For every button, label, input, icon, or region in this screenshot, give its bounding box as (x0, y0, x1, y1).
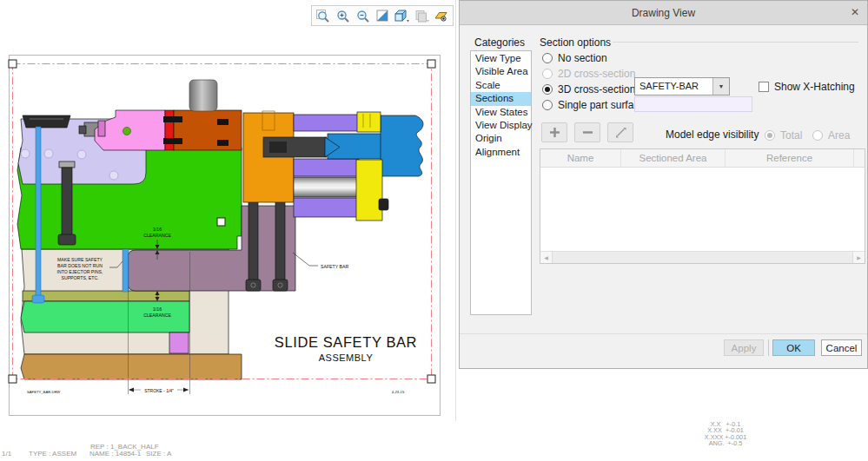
radio-row-2d: 2D cross-section (542, 67, 635, 80)
clearance-2-line1[interactable]: 1/16 (153, 306, 162, 312)
clearance-2-line2[interactable]: CLEARANCE (143, 313, 171, 318)
3d-cross-section-radio[interactable] (542, 84, 553, 95)
model-edge-visibility-label: Model edge visibility (666, 128, 759, 141)
note-line3[interactable]: INTO EJECTOR PINS, (57, 269, 103, 274)
note-line4[interactable]: SUPPORTS, ETC. (61, 275, 98, 280)
note-line1[interactable]: MAKE SURE SAFETY (57, 257, 103, 262)
drawing-canvas: 1/16 CLEARANCE MAKE SURE SAFETY BAR DOES… (0, 0, 461, 461)
category-view-type[interactable]: View Type (471, 52, 531, 65)
part-screw-1[interactable] (62, 168, 72, 236)
ok-button[interactable]: OK (772, 339, 815, 356)
part-red-spacer[interactable] (165, 110, 174, 150)
clearance-1-line1[interactable]: 1/16 (153, 227, 162, 232)
2d-cross-section-label: 2D cross-section (558, 68, 635, 80)
scroll-left-icon[interactable]: ◀ (540, 252, 552, 263)
part-gray-cylinder[interactable] (189, 80, 217, 111)
section-dropdown-value: SAFETY-BAR (635, 78, 712, 95)
area-radio-row: Area (812, 128, 850, 142)
part-amber-block[interactable] (243, 113, 294, 202)
status-type: TYPE : ASSEM (29, 450, 76, 458)
handle-bottom-right[interactable] (427, 375, 435, 383)
sections-table-header: Name Sectioned Area Reference (540, 149, 865, 168)
handle-top-right[interactable] (427, 60, 435, 68)
drawing-view-dialog: Drawing View ✕ Categories View Type Visi… (459, 0, 868, 369)
3d-cross-section-label: 3D cross-section (558, 83, 635, 95)
single-part-surface-radio[interactable] (542, 100, 553, 110)
column-name[interactable]: Name (540, 149, 621, 167)
part-screw-right[interactable] (275, 201, 285, 284)
single-part-surface-label: Single part surface (558, 99, 645, 111)
screw-1-head (58, 234, 76, 245)
part-base-plate[interactable] (21, 354, 242, 379)
no-section-radio[interactable] (542, 53, 553, 63)
part-pink-collar[interactable] (98, 121, 105, 136)
part-screw-left[interactable] (248, 201, 258, 284)
part-screw-left-head[interactable] (246, 280, 261, 291)
part-blue-cylinder[interactable] (381, 115, 423, 176)
radio-row-no-section: No section (542, 51, 607, 64)
chevron-down-icon[interactable]: ▼ (712, 78, 729, 95)
column-sectioned-area[interactable]: Sectioned Area (621, 149, 726, 167)
scrollbar-thumb[interactable] (552, 252, 853, 263)
handle-top-left[interactable] (9, 60, 17, 68)
dialog-titlebar[interactable]: Drawing View ✕ (460, 1, 867, 25)
part-blue-pin-2[interactable] (123, 249, 129, 292)
section-dropdown[interactable]: SAFETY-BAR ▼ (634, 77, 730, 95)
category-sections[interactable]: Sections (471, 92, 531, 105)
remove-section-button[interactable] (574, 122, 600, 142)
no-section-label: No section (558, 52, 607, 64)
drawing-file-label: SAFETY_BAR.DRW (27, 390, 60, 394)
part-purple-rail-3[interactable] (294, 198, 359, 217)
category-view-states[interactable]: View States (471, 106, 531, 119)
view-title[interactable]: SLIDE SAFETY BAR (275, 334, 417, 350)
part-blue-pin-1[interactable] (36, 127, 41, 297)
category-alignment[interactable]: Alignment (471, 146, 531, 159)
add-section-button[interactable] (541, 122, 567, 142)
category-visible-area[interactable]: Visible Area (471, 65, 531, 78)
cancel-button[interactable]: Cancel (821, 339, 862, 356)
total-radio-row: Total (765, 128, 802, 142)
handle-bottom-left[interactable] (9, 375, 17, 383)
show-xhatching-checkbox[interactable] (759, 82, 769, 92)
stroke-dim-label[interactable]: STROKE - 1/4" (144, 388, 174, 393)
scroll-right-icon[interactable]: ▶ (853, 252, 865, 263)
part-purple-rail-2[interactable] (294, 159, 359, 176)
column-filler (854, 149, 865, 167)
part-purple-rail-1[interactable] (294, 115, 359, 131)
total-radio (765, 130, 775, 141)
part-chrome-shaft[interactable] (294, 177, 360, 197)
apply-button[interactable]: Apply (724, 339, 764, 356)
dialog-title: Drawing View (632, 7, 695, 19)
category-view-display[interactable]: View Display (471, 119, 531, 132)
tolerance-block: X.X +-0.1 X.XX +-0.01 X.XXX +-0.001 ANG.… (692, 421, 759, 447)
note-line2[interactable]: BAR DOES NOT RUN (57, 263, 103, 268)
part-yellow-top[interactable] (357, 112, 381, 132)
flip-section-button[interactable] (607, 122, 633, 142)
safety-bar-label[interactable]: SAFETY BAR (321, 264, 348, 269)
screw-1-cap (59, 161, 75, 168)
xhatching-row: Show X-Hatching (759, 80, 855, 93)
radio-row-3d: 3D cross-section (542, 82, 635, 95)
category-origin[interactable]: Origin (471, 132, 531, 145)
part-olive-strip[interactable] (23, 291, 189, 301)
part-nozzle-tip[interactable] (79, 126, 86, 134)
category-scale[interactable]: Scale (471, 79, 531, 92)
part-dark-orange-block[interactable] (174, 110, 242, 150)
yellow-bolt (379, 199, 388, 210)
sections-table-body[interactable] (540, 168, 865, 251)
part-green-dot[interactable] (123, 128, 131, 135)
rod-socket (269, 142, 287, 153)
view-subtitle[interactable]: ASSEMBLY (319, 352, 374, 363)
handle-center[interactable] (217, 218, 225, 226)
close-icon[interactable]: ✕ (851, 6, 859, 18)
part-screw-right-head[interactable] (273, 280, 288, 291)
clearance-1-line2[interactable]: CLEARANCE (143, 233, 171, 238)
column-reference[interactable]: Reference (726, 149, 854, 167)
horizontal-scrollbar: ◀ ▶ (540, 251, 865, 263)
part-orchid-pin[interactable] (169, 333, 189, 353)
single-part-surface-field[interactable] (634, 96, 752, 112)
part-clamp-top[interactable] (23, 115, 70, 128)
part-yellow-block[interactable] (356, 160, 382, 221)
area-radio (812, 130, 823, 141)
area-label: Area (828, 129, 850, 142)
